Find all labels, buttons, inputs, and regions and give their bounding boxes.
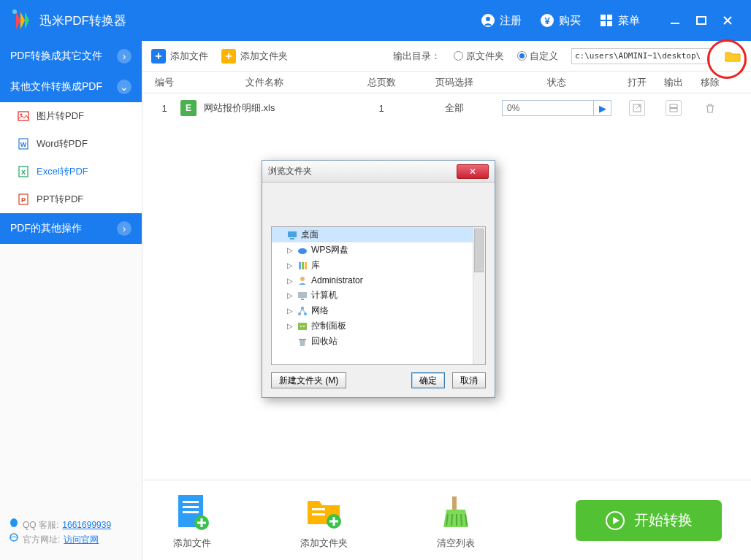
bottom-bar: 添加文件 添加文件夹 清空列表 开始转换 [142, 480, 751, 560]
network-icon [297, 305, 308, 317]
tree-item[interactable]: 回收站 [272, 334, 485, 349]
start-convert-button[interactable]: 开始转换 [576, 500, 722, 541]
radio-custom-folder[interactable]: 自定义 [517, 50, 558, 63]
play-button[interactable]: ▶ [593, 101, 611, 115]
expand-icon[interactable]: ▷ [286, 291, 294, 299]
sidebar-cat-label: 其他文件转换成PDF [10, 80, 102, 93]
tree-item[interactable]: ▷Administrator [272, 273, 485, 288]
add-file-button[interactable]: + 添加文件 [151, 49, 208, 64]
qq-link[interactable]: 1661699939 [62, 518, 111, 532]
new-folder-button[interactable]: 新建文件夹 (M) [271, 372, 346, 388]
sidebar-item-label: PPT转PDF [37, 193, 83, 206]
col-open: 打开 [619, 76, 655, 89]
excel-file-icon: E [180, 100, 197, 116]
sidebar-item-image-to-pdf[interactable]: 图片转PDF [0, 102, 142, 130]
bottom-add-file[interactable]: 添加文件 [172, 491, 213, 550]
tree-item[interactable]: ▷计算机 [272, 288, 485, 303]
scrollbar[interactable] [473, 227, 485, 364]
svg-rect-34 [288, 231, 297, 237]
row-page-select[interactable]: 全部 [414, 101, 495, 115]
tree-item-label: WPS网盘 [311, 244, 348, 256]
image-icon [18, 110, 29, 122]
sidebar-item-excel-to-pdf[interactable]: X Excel转PDF [0, 158, 142, 185]
output-dir-label: 输出目录： [393, 50, 441, 63]
tree-item-label: 控制面板 [311, 320, 346, 332]
svg-rect-6 [607, 15, 612, 20]
plus-icon: + [151, 49, 166, 64]
open-button[interactable] [629, 100, 645, 116]
folder-tree[interactable]: 桌面▷WPS网盘▷库▷Administrator▷计算机▷网络▷控制面板回收站 [271, 226, 486, 365]
svg-rect-38 [302, 262, 304, 269]
bottom-add-folder[interactable]: 添加文件夹 [300, 491, 348, 550]
sidebar-cat-pdf-to-other[interactable]: PDF转换成其它文件 › [0, 41, 142, 72]
svg-text:P: P [21, 196, 26, 204]
expand-icon[interactable]: ▷ [286, 277, 294, 285]
buy-label: 购买 [559, 14, 581, 28]
radio-original-folder[interactable]: 原文件夹 [454, 50, 504, 63]
minimize-button[interactable] [662, 10, 688, 31]
chevron-down-icon: ⌄ [117, 80, 131, 94]
output-path-input[interactable] [571, 48, 710, 64]
tree-item[interactable]: 桌面 [272, 227, 485, 242]
ppt-icon: P [18, 193, 29, 205]
tree-item[interactable]: ▷WPS网盘 [272, 242, 485, 258]
dialog-title: 浏览文件夹 [268, 165, 312, 177]
expand-icon[interactable]: ▷ [286, 261, 294, 269]
site-link[interactable]: 访问官网 [64, 532, 99, 547]
output-button[interactable] [666, 100, 682, 116]
add-folder-label: 添加文件夹 [240, 50, 288, 63]
sidebar: PDF转换成其它文件 › 其他文件转换成PDF ⌄ 图片转PDF W Word转… [0, 41, 142, 560]
svg-rect-27 [183, 511, 199, 513]
tree-item[interactable]: ▷网络 [272, 303, 485, 318]
progress-bar: 0% ▶ [502, 100, 611, 116]
close-button[interactable] [714, 10, 741, 31]
svg-rect-39 [305, 262, 307, 269]
sidebar-cat-pdf-other-ops[interactable]: PDF的其他操作 › [0, 213, 142, 244]
register-button[interactable]: 注册 [471, 12, 530, 28]
scroll-thumb[interactable] [474, 229, 484, 272]
add-folder-button[interactable]: + 添加文件夹 [221, 49, 288, 64]
sidebar-item-word-to-pdf[interactable]: W Word转PDF [0, 130, 142, 158]
ok-button[interactable]: 确定 [411, 372, 445, 388]
svg-point-12 [20, 114, 23, 116]
bottom-clear-list[interactable]: 清空列表 [435, 491, 476, 550]
maximize-button[interactable] [688, 10, 714, 31]
cancel-button[interactable]: 取消 [452, 372, 486, 388]
tree-item[interactable]: ▷控制面板 [272, 318, 485, 334]
browse-folder-button[interactable] [723, 48, 742, 64]
menu-label: 菜单 [618, 14, 640, 28]
add-file-label: 添加文件 [170, 50, 208, 63]
add-file-icon [172, 491, 213, 532]
svg-point-48 [303, 326, 305, 327]
expand-icon[interactable]: ▷ [286, 246, 294, 254]
delete-button[interactable] [702, 100, 718, 116]
expand-icon[interactable]: ▷ [286, 322, 294, 330]
radio-label: 自定义 [530, 50, 558, 63]
desktop-icon [286, 229, 298, 241]
add-folder-icon [304, 491, 345, 532]
logo-icon [10, 9, 34, 32]
menu-button[interactable]: 菜单 [590, 12, 649, 28]
svg-rect-7 [601, 21, 606, 26]
table-row[interactable]: 1 E 网站报价明细.xls 1 全部 0% ▶ [142, 93, 751, 123]
svg-rect-30 [312, 513, 325, 515]
svg-rect-37 [299, 262, 301, 269]
dialog-titlebar[interactable]: 浏览文件夹 ✕ [262, 161, 495, 183]
chevron-right-icon: › [117, 221, 131, 236]
tree-item[interactable]: ▷库 [272, 258, 485, 273]
dialog-close-button[interactable]: ✕ [457, 164, 489, 179]
bottom-label: 添加文件夹 [300, 537, 348, 550]
sidebar-cat-other-to-pdf[interactable]: 其他文件转换成PDF ⌄ [0, 72, 142, 102]
sidebar-item-ppt-to-pdf[interactable]: P PPT转PDF [0, 185, 142, 213]
svg-rect-42 [301, 299, 304, 300]
register-label: 注册 [500, 14, 522, 28]
expand-icon[interactable]: ▷ [286, 307, 294, 315]
col-pages: 总页数 [348, 76, 414, 89]
svg-rect-8 [607, 21, 612, 26]
clear-icon [435, 491, 476, 532]
yen-icon: ¥ [539, 12, 555, 28]
plus-icon: + [221, 49, 236, 64]
buy-button[interactable]: ¥ 购买 [530, 12, 590, 28]
sidebar-item-label: Word转PDF [37, 137, 88, 150]
library-icon [297, 260, 308, 272]
